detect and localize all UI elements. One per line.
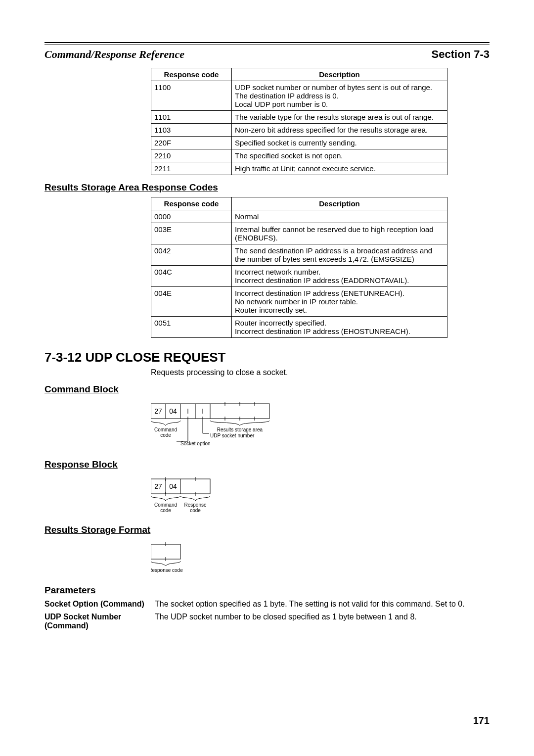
h-response-block: Response Block [44, 459, 490, 470]
t2-r3-c: 004C [151, 266, 232, 287]
svg-rect-26 [151, 544, 180, 559]
rsf-l: Response code [151, 567, 183, 573]
table-row: 1103Non-zero bit address specified for t… [151, 124, 447, 137]
t1-r4-d: The specified socket is not open. [232, 149, 447, 162]
page-header: Command/Response Reference Section 7-3 [44, 48, 490, 61]
command-block-diagram: 27 04 Command code Results storage area … [151, 399, 490, 450]
t2-r5-d: Router incorrectly specified. Incorrect … [232, 317, 447, 338]
table-row: 2210The specified socket is not open. [151, 149, 447, 162]
table-row: 0042The send destination IP address is a… [151, 244, 447, 266]
t2-r0-c: 0000 [151, 210, 232, 223]
header-left: Command/Response Reference [44, 48, 184, 61]
resp-b1: 04 [169, 482, 177, 490]
l-command-code: Command [154, 427, 177, 432]
t1-r3-c: 220F [151, 137, 232, 149]
h-results-storage-codes: Results Storage Area Response Codes [44, 182, 490, 193]
t2-r2-d: The send destination IP address is a bro… [232, 244, 447, 266]
table-row: 220FSpecified socket is currently sendin… [151, 137, 447, 149]
resp-l-resp2: code [190, 508, 201, 513]
t1-r5-d: High traffic at Unit; cannot execute ser… [232, 162, 447, 175]
param-socket-option-text: The socket option specified as 1 byte. T… [155, 600, 490, 609]
header-right: Section 7-3 [432, 48, 490, 61]
resp-b0: 27 [154, 482, 162, 490]
t1-head-desc: Description [232, 68, 447, 81]
table-row: 1100UDP socket number or number of bytes… [151, 81, 447, 111]
t2-r0-d: Normal [232, 210, 447, 223]
t2-r3-d: Incorrect network number. Incorrect dest… [232, 266, 447, 287]
h-results-format: Results Storage Format [44, 524, 490, 535]
t2-r5-c: 0051 [151, 317, 232, 338]
t1-r4-c: 2210 [151, 149, 232, 162]
param-udp-socket-label: UDP Socket Number (Command) [44, 613, 155, 630]
table-row: 003EInternal buffer cannot be reserved d… [151, 223, 447, 244]
table-row: 004CIncorrect network number. Incorrect … [151, 266, 447, 287]
response-code-table-2: Response code Description 0000Normal 003… [151, 197, 447, 338]
t2-head-desc: Description [232, 197, 447, 210]
t1-r2-d: Non-zero bit address specified for the r… [232, 124, 447, 137]
resp-l-cmd2: code [160, 508, 171, 513]
l-udp-socket: UDP socket number [210, 433, 255, 438]
t2-r4-d: Incorrect destination IP address (ENETUN… [232, 287, 447, 317]
t2-r4-c: 004E [151, 287, 232, 317]
t1-r1-c: 1101 [151, 111, 232, 124]
h-main: 7-3-12 UDP CLOSE REQUEST [44, 350, 490, 365]
t1-r0-d: UDP socket number or number of bytes sen… [232, 81, 447, 111]
response-block-diagram: 27 04 Command code Response code [151, 474, 490, 516]
table-row: 0000Normal [151, 210, 447, 223]
table-row: 0051Router incorrectly specified. Incorr… [151, 317, 447, 338]
resp-l-cmd: Command [154, 502, 177, 508]
t2-r2-c: 0042 [151, 244, 232, 266]
h-command-block: Command Block [44, 384, 490, 395]
response-code-table-1: Response code Description 1100UDP socket… [151, 68, 447, 175]
header-section-label: Section [432, 48, 471, 60]
h-parameters: Parameters [44, 585, 490, 596]
param-socket-option: Socket Option (Command) The socket optio… [44, 600, 490, 609]
t1-r0-c: 1100 [151, 81, 232, 111]
results-storage-format-diagram: Response code [151, 539, 490, 576]
table-row: 004EIncorrect destination IP address (EN… [151, 287, 447, 317]
resp-l-resp: Response [184, 502, 206, 508]
t2-head-code: Response code [151, 197, 232, 210]
l-socket-option: Socket option [180, 441, 211, 446]
l-results-storage: Results storage area [217, 427, 263, 432]
param-udp-socket-text: The UDP socket number to be closed speci… [155, 613, 490, 630]
l-command-code2: code [160, 432, 171, 438]
t1-r5-c: 2211 [151, 162, 232, 175]
param-socket-option-label: Socket Option (Command) [44, 600, 155, 609]
t1-r2-c: 1103 [151, 124, 232, 137]
cmd-b1: 04 [169, 407, 177, 415]
table-row: 2211High traffic at Unit; cannot execute… [151, 162, 447, 175]
cmd-b0: 27 [154, 407, 162, 415]
header-rule [44, 42, 490, 45]
t2-r1-c: 003E [151, 223, 232, 244]
header-section-num: 7-3 [474, 48, 490, 60]
t1-r1-d: The variable type for the results storag… [232, 111, 447, 124]
param-udp-socket: UDP Socket Number (Command) The UDP sock… [44, 613, 490, 630]
t1-head-code: Response code [151, 68, 232, 81]
page-number: 171 [473, 715, 490, 726]
intro-text: Requests processing to close a socket. [151, 368, 490, 377]
t2-r1-d: Internal buffer cannot be reserved due t… [232, 223, 447, 244]
table-row: 1101The variable type for the results st… [151, 111, 447, 124]
t1-r3-d: Specified socket is currently sending. [232, 137, 447, 149]
